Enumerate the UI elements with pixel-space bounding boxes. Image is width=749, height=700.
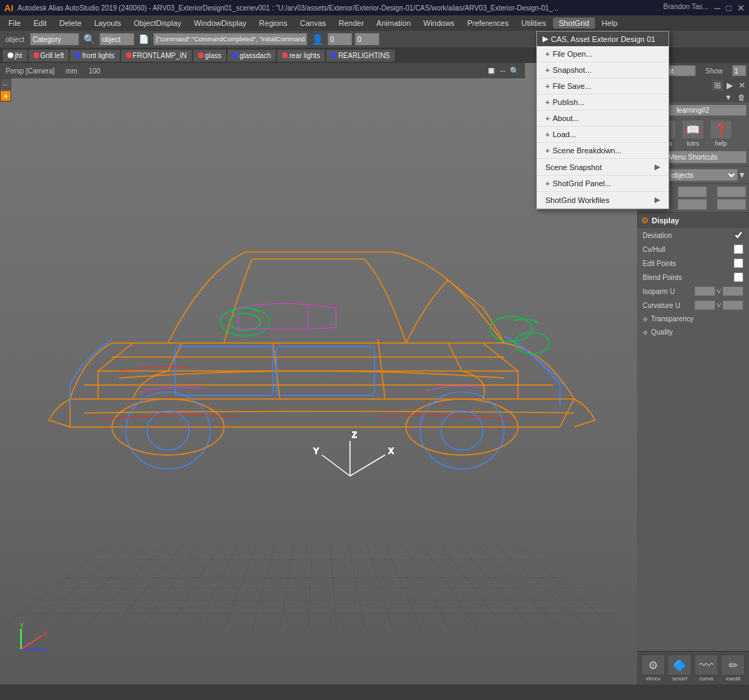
display-header[interactable]: ⚙ Display [637, 213, 749, 228]
panel-play-icon[interactable]: ▶ [724, 80, 735, 91]
show-value-input[interactable] [732, 65, 746, 76]
close-button[interactable]: ✕ [737, 3, 745, 13]
viewport-icon1[interactable]: 🔲 [486, 66, 496, 76]
layer-tab-glassdach[interactable]: glassdach [227, 50, 276, 62]
layer-tab-frontlights[interactable]: front lights [70, 50, 119, 62]
transparency-arrow-icon: ◆ [643, 315, 648, 323]
tutrs-icon-box: 📖 [682, 120, 704, 139]
layer-tab-frontlamp[interactable]: FRONTLAMP_IN [121, 50, 192, 62]
menu-layouts[interactable]: Layouts [89, 18, 127, 29]
picked-arrow-icon[interactable]: ▼ [738, 170, 746, 180]
scnsrf-label: scnsrf [672, 676, 687, 682]
sg-item-label-2: File Save... [552, 82, 591, 90]
isoparm-v-input[interactable] [722, 286, 743, 296]
xfmcv-icon[interactable]: ⚙ xfmcv [640, 654, 666, 682]
quality-row[interactable]: ◆ Quality [637, 326, 749, 339]
sg-load[interactable]: + Load... [537, 127, 668, 143]
svg-point-6 [420, 392, 504, 469]
toolbar-command-input[interactable] [153, 33, 307, 46]
sg-item-label-3: Publish... [552, 98, 584, 106]
sg-snapshot[interactable]: + Snapshot... [537, 62, 668, 78]
curvature-u-input[interactable] [694, 300, 715, 310]
panel-x-icon[interactable]: ✕ [736, 80, 748, 91]
layer-tab-rearlightins[interactable]: REARLIGHTINS [326, 50, 395, 62]
vp-left-icon-1[interactable]: ← [0, 78, 11, 90]
transparency-label: Transparency [651, 315, 694, 323]
tutrs-icon[interactable]: 📖 tutrs [682, 120, 704, 147]
viewport-icon3[interactable]: 🔍 [510, 66, 519, 76]
menu-regions[interactable]: Regions [253, 18, 293, 29]
menu-animation[interactable]: Animation [371, 18, 416, 29]
xsedit-icon[interactable]: ✏ xsedit [720, 654, 746, 682]
layer-tab-grill[interactable]: Grill left [29, 50, 69, 62]
minimize-button[interactable]: ─ [714, 3, 720, 13]
degree-input2[interactable] [717, 186, 746, 197]
layer-tab-jht[interactable]: jht [3, 50, 27, 62]
isoparm-u-input[interactable] [694, 286, 715, 296]
menu-shotgrid[interactable]: ShotGrid [553, 18, 594, 29]
degree-input1[interactable] [678, 186, 707, 197]
panel-trash-icon[interactable]: 🗑 [736, 93, 748, 102]
viewport-value: 100 [89, 67, 101, 75]
menubar: File Edit Delete Layouts ObjectDisplay W… [0, 15, 749, 31]
sg-item-label-0: File Open... [552, 50, 592, 58]
isoparm-label: Isoparm U [643, 288, 694, 295]
layer-tab-glass[interactable]: glass [193, 50, 226, 62]
sg-scene-breakdown[interactable]: + Scene Breakdown... [537, 143, 668, 159]
toolbar-object-input[interactable] [99, 33, 134, 46]
restore-button[interactable]: □ [726, 3, 732, 13]
menu-file[interactable]: File [3, 18, 27, 29]
spans-input1[interactable] [678, 199, 707, 210]
vp-left-icon-2[interactable]: ✦ [0, 90, 11, 102]
menu-edit[interactable]: Edit [28, 18, 52, 29]
scnsrf-icon[interactable]: 🔷 scnsrf [667, 654, 692, 682]
curvature-v-input[interactable] [722, 300, 743, 310]
sg-file-open[interactable]: + File Open... [537, 46, 668, 62]
toolbar-doc-icon[interactable]: 📄 [137, 34, 150, 44]
sg-panel[interactable]: + ShotGrid Panel... [537, 176, 668, 192]
toolbar-category-input[interactable] [30, 33, 79, 46]
svg-point-13 [514, 332, 550, 354]
panel-down-icon[interactable]: ▼ [722, 93, 734, 102]
editpoints-checkbox[interactable] [734, 258, 743, 268]
viewport-icon2[interactable]: ↔ [499, 66, 507, 76]
deviation-label: Deviation [643, 232, 734, 239]
menu-objectdisplay[interactable]: ObjectDisplay [128, 18, 187, 29]
menu-render[interactable]: Render [333, 18, 370, 29]
blendpoints-checkbox[interactable] [734, 272, 743, 282]
menu-canvas[interactable]: Canvas [294, 18, 331, 29]
cvhull-checkbox[interactable] [734, 244, 743, 254]
deviation-checkbox[interactable] [734, 230, 743, 240]
viewport-unit: mm [66, 67, 78, 75]
spans-input2[interactable] [717, 199, 746, 210]
sg-workfiles[interactable]: ShotGrid Workfiles ▶ [537, 192, 668, 209]
menu-help[interactable]: Help [596, 18, 624, 29]
sg-scene-snapshot[interactable]: Scene Snapshot ▶ [537, 159, 668, 176]
menu-utilities[interactable]: Utilities [516, 18, 552, 29]
toolbar-object-label: object [3, 36, 27, 43]
curva-icon[interactable]: 〰 curva [694, 654, 719, 682]
viewport-left-icons: ← ✦ [0, 78, 13, 102]
menu-windows[interactable]: Windows [418, 18, 461, 29]
svg-text:Z: Z [43, 647, 48, 654]
menu-windowdisplay[interactable]: WindowDisplay [188, 18, 252, 29]
sg-file-save[interactable]: + File Save... [537, 78, 668, 94]
statusbar [0, 685, 749, 700]
tutrs-label: tutrs [687, 140, 699, 147]
panel-grid-icon[interactable]: ⊞ [712, 80, 723, 91]
layer-tab-rearlights[interactable]: rear lights [277, 50, 325, 62]
menu-preferences[interactable]: Preferences [461, 18, 514, 29]
toolbar-search-icon[interactable]: 🔍 [82, 34, 97, 45]
sg-about[interactable]: + About... [537, 111, 668, 127]
sg-arrow-icon-7: ▶ [654, 162, 660, 172]
toolbar-coord1-input[interactable] [328, 33, 352, 46]
menu-delete[interactable]: Delete [54, 18, 88, 29]
toolbar-camera-icon[interactable]: 👤 [310, 34, 325, 45]
shotgrid-menu[interactable]: ▶ CAS, Asset Exterior Design 01 + File O… [536, 31, 669, 209]
sg-item-label-9: ShotGrid Workfiles [545, 196, 610, 204]
sg-publish[interactable]: + Publish... [537, 94, 668, 111]
sg-plus-icon-5: + [545, 130, 550, 139]
toolbar-coord2-input[interactable] [355, 33, 379, 46]
transparency-row[interactable]: ◆ Transparency [637, 312, 749, 326]
help-icon[interactable]: ❓ help [710, 120, 732, 147]
